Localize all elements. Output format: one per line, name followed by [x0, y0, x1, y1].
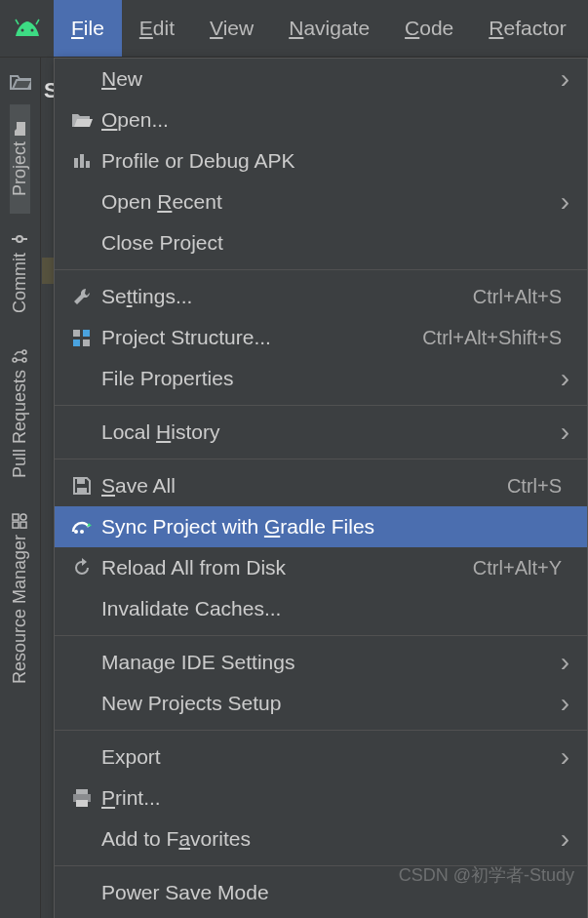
- menu-shortcut: Ctrl+Alt+Y: [473, 557, 569, 579]
- menu-item-close-project[interactable]: Close Project: [55, 222, 587, 263]
- file-menu-dropdown: New›Open...Profile or Debug APKOpen Rece…: [54, 58, 588, 918]
- menu-item-label: Export: [96, 745, 561, 769]
- sidebar-tab-resource-manager[interactable]: Resource Manager: [10, 496, 30, 701]
- menu-item-label: Local History: [96, 420, 561, 444]
- menu-item-label: File Properties: [96, 367, 561, 390]
- menu-item-open-recent[interactable]: Open Recent›: [55, 181, 587, 222]
- menu-item-label: Open Recent: [96, 190, 561, 214]
- menu-item-new-projects-setup[interactable]: New Projects Setup›: [55, 683, 587, 724]
- menubar-item-navigate[interactable]: Navigate: [271, 0, 387, 57]
- open-folder-icon: [68, 111, 96, 129]
- menu-item-save-all[interactable]: Save AllCtrl+S: [55, 465, 587, 506]
- save-icon: [68, 476, 96, 496]
- watermark: CSDN @初学者-Study: [399, 863, 574, 887]
- chevron-right-icon: ›: [561, 65, 569, 93]
- menu-item-label: Print...: [96, 786, 569, 810]
- svg-point-9: [22, 350, 26, 354]
- svg-rect-11: [13, 514, 19, 520]
- menu-item-label: Invalidate Caches...: [96, 597, 569, 620]
- menu-item-invalidate-caches[interactable]: Invalidate Caches...: [55, 588, 587, 629]
- menubar-item-refactor[interactable]: Refactor: [471, 0, 583, 57]
- chevron-right-icon: ›: [561, 188, 569, 216]
- wrench-icon: [68, 287, 96, 306]
- svg-rect-16: [73, 339, 80, 346]
- sidebar-tab-pull-requests[interactable]: Pull Requests: [10, 331, 30, 496]
- menu-item-new[interactable]: New›: [55, 59, 587, 100]
- svg-point-8: [22, 358, 26, 362]
- menubar-item-file[interactable]: File: [54, 0, 122, 57]
- menu-item-label: Add to Favorites: [96, 827, 561, 851]
- menu-shortcut: Ctrl+Alt+Shift+S: [422, 327, 569, 349]
- svg-rect-17: [83, 339, 90, 346]
- profile-icon: [68, 152, 96, 170]
- menu-item-profile-or-debug-apk[interactable]: Profile or Debug APK: [55, 140, 587, 181]
- menu-item-label: Manage IDE Settings: [96, 651, 561, 674]
- menu-item-label: Reload All from Disk: [96, 556, 473, 579]
- sidebar-tab-label: Commit: [10, 253, 30, 313]
- svg-rect-10: [13, 522, 19, 528]
- svg-rect-24: [76, 800, 88, 807]
- svg-point-21: [80, 530, 84, 534]
- chevron-right-icon: ›: [561, 690, 569, 717]
- menu-separator: [55, 730, 587, 731]
- svg-rect-19: [77, 488, 87, 494]
- menu-item-settings[interactable]: Settings...Ctrl+Alt+S: [55, 276, 587, 317]
- menu-item-label: New: [96, 67, 561, 91]
- menu-item-manage-ide-settings[interactable]: Manage IDE Settings›: [55, 642, 587, 683]
- menu-item-print[interactable]: Print...: [55, 778, 587, 818]
- commit-icon: [10, 231, 30, 247]
- print-icon: [68, 788, 96, 808]
- svg-rect-12: [20, 522, 26, 528]
- chevron-right-icon: ›: [561, 743, 569, 771]
- chevron-right-icon: ›: [561, 825, 569, 853]
- menu-item-sync-project-with-gradle-files[interactable]: Sync Project with Gradle Files: [55, 506, 587, 547]
- menu-separator: [55, 459, 587, 459]
- menu-separator: [55, 635, 587, 636]
- open-folder-icon[interactable]: [10, 58, 31, 104]
- menu-item-label: Settings...: [96, 285, 473, 308]
- sidebar-tab-label: Resource Manager: [10, 535, 30, 684]
- menu-item-local-history[interactable]: Local History›: [55, 412, 587, 453]
- folder-selection-stripe: [42, 258, 54, 284]
- menu-item-label: New Projects Setup: [96, 692, 561, 715]
- menu-item-project-structure[interactable]: Project Structure...Ctrl+Alt+Shift+S: [55, 317, 587, 358]
- menu-shortcut: Ctrl+Alt+S: [473, 286, 569, 308]
- sidebar-tab-label: Project: [10, 141, 30, 196]
- menu-item-label: Close Project: [96, 231, 569, 255]
- chevron-right-icon: ›: [561, 419, 569, 446]
- left-sidebar: ProjectCommitPull RequestsResource Manag…: [0, 58, 41, 918]
- resource-icon: [10, 513, 30, 529]
- menu-item-label: Profile or Debug APK: [96, 149, 569, 173]
- sidebar-tab-label: Pull Requests: [10, 370, 30, 478]
- svg-rect-14: [73, 330, 80, 337]
- menu-item-label: Open...: [96, 108, 569, 132]
- menu-separator: [55, 269, 587, 270]
- menubar-item-edit[interactable]: Edit: [122, 0, 192, 57]
- svg-rect-22: [76, 789, 88, 794]
- svg-point-0: [20, 29, 23, 32]
- menu-item-reload-all-from-disk[interactable]: Reload All from DiskCtrl+Alt+Y: [55, 547, 587, 588]
- svg-point-7: [13, 358, 17, 362]
- svg-rect-18: [77, 478, 85, 484]
- folder-icon: [10, 122, 30, 136]
- chevron-right-icon: ›: [561, 365, 569, 392]
- structure-icon: [68, 329, 96, 346]
- menu-item-add-to-favorites[interactable]: Add to Favorites›: [55, 818, 587, 859]
- menu-item-label: Sync Project with Gradle Files: [96, 515, 569, 539]
- menubar-item-code[interactable]: Code: [387, 0, 471, 57]
- menu-item-export[interactable]: Export›: [55, 737, 587, 778]
- menubar: FileEditViewNavigateCodeRefactor: [0, 0, 588, 58]
- menu-item-file-properties[interactable]: File Properties›: [55, 358, 587, 399]
- svg-point-20: [74, 530, 78, 534]
- menu-item-open[interactable]: Open...: [55, 100, 587, 140]
- menu-separator: [55, 405, 587, 406]
- menu-item-label: Save All: [96, 474, 507, 498]
- sync-gradle-icon: [68, 518, 96, 536]
- svg-point-4: [17, 236, 22, 242]
- chevron-right-icon: ›: [561, 649, 569, 676]
- sidebar-tab-project[interactable]: Project: [10, 104, 30, 214]
- menu-shortcut: Ctrl+S: [507, 475, 569, 498]
- svg-point-13: [20, 514, 26, 520]
- sidebar-tab-commit[interactable]: Commit: [10, 214, 30, 331]
- menubar-item-view[interactable]: View: [192, 0, 271, 57]
